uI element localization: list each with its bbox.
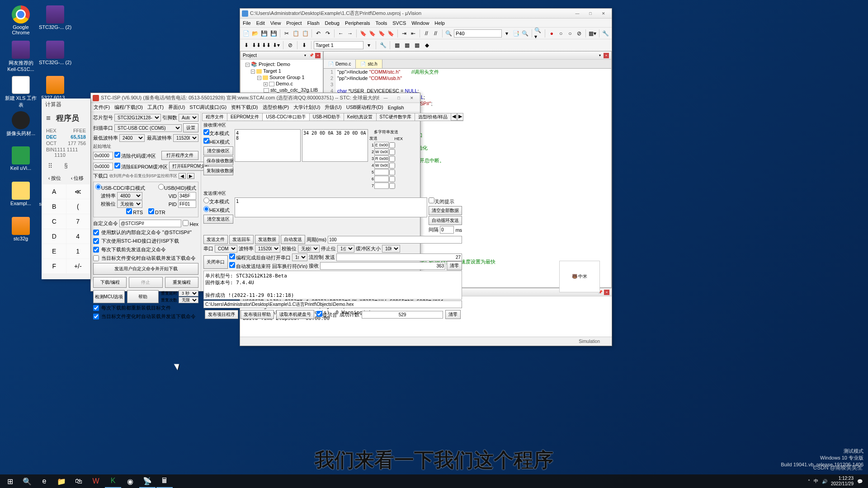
- indent-icon[interactable]: ⇥: [400, 29, 408, 38]
- radix-row[interactable]: BIN1111 1111 1110: [46, 147, 86, 158]
- isp-tab[interactable]: Keil仿真设置: [344, 113, 377, 121]
- isp-tab[interactable]: STC硬件数学库: [376, 113, 415, 121]
- redo-icon[interactable]: ↷: [323, 29, 331, 38]
- auto-open-delay-select[interactable]: 1s: [292, 253, 307, 261]
- multisend-hex-checkbox[interactable]: [389, 176, 395, 182]
- desktop-icon[interactable]: stc32g: [4, 215, 38, 250]
- calc-key[interactable]: A: [42, 184, 66, 199]
- clear-all-button[interactable]: 清空全部数据: [429, 206, 462, 215]
- baud2-select[interactable]: 115200: [255, 245, 280, 253]
- nav-back-icon[interactable]: ←: [337, 29, 345, 38]
- port-settings-button[interactable]: 设置: [183, 123, 198, 132]
- pane-close-icon[interactable]: ×: [604, 290, 609, 295]
- cut-icon[interactable]: ✂: [283, 29, 291, 38]
- explorer-icon[interactable]: 📁: [53, 474, 70, 488]
- clear-success-button[interactable]: 清零: [445, 310, 461, 319]
- count-select[interactable]: 无限: [179, 297, 198, 303]
- save-recv-button[interactable]: 保存接收数据: [203, 156, 233, 165]
- multisend-input[interactable]: [374, 169, 389, 175]
- baud-select[interactable]: 4800: [117, 192, 142, 200]
- save-all-icon[interactable]: 💾: [269, 29, 278, 38]
- menu-item[interactable]: Edit: [256, 20, 265, 26]
- start-button[interactable]: ⊞: [2, 474, 18, 488]
- save-icon[interactable]: 💾: [260, 29, 269, 38]
- cb4-checkbox[interactable]: [93, 255, 99, 261]
- cb3-checkbox[interactable]: [93, 247, 99, 253]
- calc-key[interactable]: C: [42, 214, 66, 229]
- breakpoint-kill-icon[interactable]: ⊘: [575, 29, 583, 38]
- manage2-icon[interactable]: ▦: [402, 41, 411, 50]
- manage-icon[interactable]: ▦: [392, 41, 401, 50]
- min-baud-select[interactable]: 2400: [119, 134, 145, 142]
- addr-eeprom-input[interactable]: [93, 163, 113, 170]
- chip-select[interactable]: STC32G12K128-Beta: [114, 114, 161, 122]
- multisend-input[interactable]: [374, 162, 389, 169]
- chrome-taskbar-icon[interactable]: ◉: [122, 474, 138, 488]
- isp-tab[interactable]: 选型/价格/样品: [415, 113, 452, 121]
- parity2-select[interactable]: 无校验: [298, 245, 320, 253]
- new-icon[interactable]: 📄: [242, 29, 250, 38]
- menu-item[interactable]: Help: [434, 20, 445, 26]
- log-area[interactable]: 单片机型号: STC32G12K128-Beta 固件版本号: 7.4.4U 操…: [203, 271, 462, 300]
- stop-button[interactable]: 停止: [129, 277, 162, 288]
- hint-checkbox[interactable]: [316, 311, 322, 317]
- close-button[interactable]: ✕: [406, 94, 418, 102]
- search-button[interactable]: 🔍: [19, 474, 35, 488]
- bit-toggle[interactable]: ‹ 按位: [44, 173, 65, 183]
- target-dropdown-icon[interactable]: ▾: [364, 41, 373, 50]
- menu-item[interactable]: Tools: [376, 20, 387, 26]
- clear-send-button[interactable]: 清空发送区: [203, 215, 233, 224]
- nav-left-button[interactable]: ◀: [179, 173, 186, 179]
- uncomment-icon[interactable]: //: [431, 29, 439, 38]
- window-icon[interactable]: ▦▾: [588, 29, 596, 38]
- bookmark-clear-icon[interactable]: 🔖: [387, 29, 395, 38]
- shift-toggle[interactable]: ‹ 位移: [67, 173, 88, 183]
- dtr-checkbox[interactable]: [148, 208, 154, 214]
- interval-input[interactable]: [440, 226, 454, 234]
- multisend-input[interactable]: [374, 149, 389, 155]
- stop-build-icon[interactable]: ⊘: [286, 41, 295, 50]
- nav-right-button[interactable]: ▶: [187, 173, 194, 179]
- stcisp-titlebar[interactable]: STC-ISP (V6.90U) (服务电话/销售电话: 0513-550129…: [91, 93, 420, 103]
- calc-key[interactable]: B: [42, 199, 66, 214]
- find-icon[interactable]: 🔍: [445, 29, 453, 38]
- clear-eeprom-checkbox[interactable]: [114, 163, 120, 169]
- close-port-button[interactable]: 关闭串口: [203, 255, 228, 269]
- port2-select[interactable]: COM5: [215, 245, 237, 253]
- help-button[interactable]: 帮助: [127, 290, 159, 303]
- menu-item[interactable]: 工具(T): [147, 104, 164, 111]
- build-all-icon[interactable]: ⬇⬇: [262, 41, 271, 50]
- send-data-button[interactable]: 发送数据: [255, 235, 279, 244]
- pane-pin-icon[interactable]: 📌: [309, 53, 314, 58]
- auto-loop-button[interactable]: 自动循环发送: [429, 216, 462, 225]
- recv-text-checkbox[interactable]: [203, 129, 209, 135]
- publish-program-button[interactable]: 发布项目程序: [205, 310, 238, 319]
- auto-send-button[interactable]: 自动发送: [281, 235, 305, 244]
- menu-item[interactable]: STC调试接口(G): [189, 104, 226, 111]
- menu-item[interactable]: Peripherals: [345, 20, 370, 26]
- auto-open-checkbox[interactable]: [229, 253, 235, 259]
- rts-checkbox[interactable]: [126, 208, 132, 214]
- menu-item[interactable]: SVCS: [392, 20, 406, 26]
- calc-key[interactable]: +/-: [66, 259, 90, 273]
- bufsize-select[interactable]: 10K: [382, 245, 400, 253]
- menu-item[interactable]: English: [388, 105, 404, 110]
- menu-item[interactable]: View: [270, 20, 281, 26]
- menu-item[interactable]: 大学计划(U): [293, 104, 320, 111]
- usb-cdc-radio[interactable]: [95, 184, 101, 190]
- hamburger-icon[interactable]: ≡: [46, 114, 52, 123]
- multisend-hex-checkbox[interactable]: [389, 149, 395, 155]
- debug-icon[interactable]: 🔍▾: [534, 29, 542, 38]
- download-icon[interactable]: ⬇: [300, 41, 309, 50]
- multisend-hex-checkbox[interactable]: [389, 183, 395, 189]
- edge-icon[interactable]: e: [36, 474, 52, 488]
- menu-item[interactable]: File: [243, 20, 251, 26]
- options-icon[interactable]: 🔧: [378, 41, 387, 50]
- menu-item[interactable]: USB驱动程序(D): [346, 104, 383, 111]
- editor-menu-icon[interactable]: ▾: [597, 53, 603, 58]
- radix-row[interactable]: HEXFFEE: [46, 128, 86, 133]
- clear-code-checkbox[interactable]: [114, 152, 120, 158]
- undo-icon[interactable]: ↶: [314, 29, 322, 38]
- search-input[interactable]: [454, 29, 502, 38]
- send-area[interactable]: 1: [235, 197, 427, 217]
